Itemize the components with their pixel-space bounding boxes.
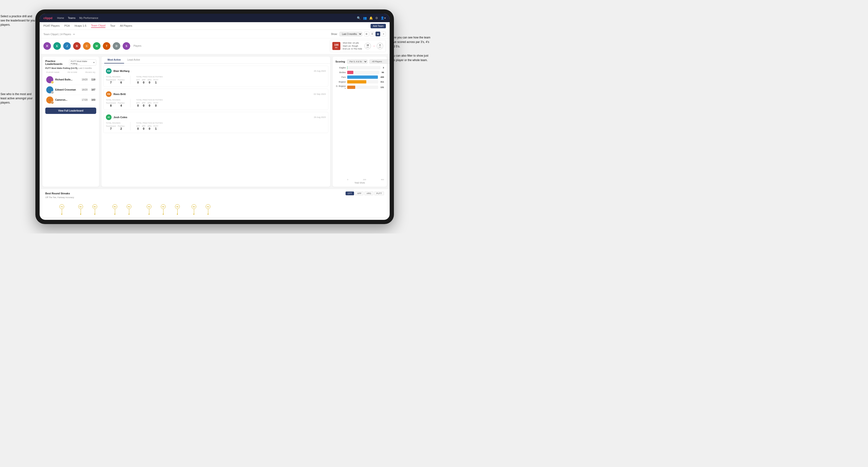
- player-avatar-9[interactable]: S: [123, 42, 130, 50]
- filter-putt[interactable]: PUTT: [374, 191, 384, 195]
- streak-dot-8: [193, 214, 194, 215]
- streak-point-4: 5x: [127, 204, 131, 215]
- putt-col-1: PUTT 1: [154, 79, 158, 84]
- tab-least-active[interactable]: Least Active: [124, 57, 144, 63]
- total-practice-group-1: Total Practice Activities OTT 0 APP 0: [136, 76, 163, 84]
- leaderboard-panel: Practice Leaderboards PUTT Must Make Put…: [42, 57, 99, 187]
- chart-xaxis: 0 200 400: [335, 179, 384, 181]
- nav-link-home[interactable]: Home: [57, 17, 64, 19]
- table-icon[interactable]: ☰: [370, 32, 375, 36]
- filter-app[interactable]: APP: [355, 191, 364, 195]
- arg-col-3: ARG 0: [148, 125, 151, 130]
- streak-bubble-0: 7x: [59, 204, 64, 209]
- start-circle: 16 yds: [365, 43, 371, 49]
- streak-point-2: 6x: [92, 204, 97, 215]
- streaks-subtitle: Off The Tee, Fairway Accuracy: [45, 196, 384, 198]
- streak-dot-0: [61, 214, 62, 215]
- streak-dot-2: [94, 214, 95, 215]
- search-icon[interactable]: 🔍: [357, 16, 361, 20]
- player-avatar-7[interactable]: T: [103, 42, 111, 50]
- settings-icon[interactable]: ⚙: [375, 16, 378, 20]
- activity-card-header-2: RB Rees Britt 02 Sep 2023: [106, 91, 326, 97]
- streak-bubble-3: 5x: [113, 204, 117, 209]
- nav-link-teams[interactable]: Teams: [68, 17, 75, 19]
- list-icon[interactable]: ≡: [381, 32, 386, 36]
- app-col-1: APP 0: [142, 79, 146, 84]
- activity-stats-3: Total Rounds Tournament 7 Practice 2: [106, 122, 326, 130]
- lb-avg-1: 110: [91, 78, 95, 81]
- total-practice-group-2: Total Practice Activities OTT 0 APP 0: [136, 99, 163, 107]
- bar-fill-pars: [347, 75, 378, 79]
- filter-arg[interactable]: ARG: [365, 191, 373, 195]
- leaderboard-item-1[interactable]: R 1 Richard Butle... 19/20 110: [45, 75, 96, 85]
- bar-row-birdies: Birdies 96: [335, 71, 384, 74]
- activity-date-1: 26 Aug 2023: [314, 70, 326, 72]
- player-avatar-2[interactable]: E: [53, 42, 61, 50]
- leaderboard-item-2[interactable]: E 2 Edward Crossman 18/20 107: [45, 85, 96, 95]
- ott-col-1: OTT 0: [136, 79, 140, 84]
- bar-row-bogeys: Bogeys 311: [335, 80, 384, 84]
- activity-date-3: 26 Aug 2023: [314, 116, 326, 118]
- people-icon[interactable]: 👥: [363, 16, 367, 20]
- total-rounds-group-2: Total Rounds Tournament 8 Practice 4: [106, 99, 125, 107]
- lb-avatar-2: E 2: [46, 86, 53, 93]
- player-avatar-8[interactable]: D: [113, 42, 120, 50]
- subnav-team-clippd[interactable]: Team Clippd: [91, 24, 105, 28]
- streak-bubble-7: 4x: [175, 204, 180, 209]
- streak-dot-1: [80, 214, 81, 215]
- shot-badge: 198SC: [332, 42, 340, 50]
- leaderboard-item-3[interactable]: C 3 Cameron... 17/20 103: [45, 95, 96, 105]
- players-row: R E J B C M T D S Players 198SC Shot Dis…: [40, 38, 390, 54]
- player-avatar-1[interactable]: R: [43, 42, 51, 50]
- streak-bubble-4: 5x: [127, 204, 131, 209]
- player-avatar-6[interactable]: M: [93, 42, 100, 50]
- player-avatar-5[interactable]: C: [83, 42, 91, 50]
- streaks-title: Best Round Streaks: [45, 192, 70, 195]
- tab-most-active[interactable]: Most Active: [104, 57, 124, 63]
- subnav-pga[interactable]: PGA: [64, 24, 70, 28]
- tournament-col-1: Tournament 7: [106, 79, 116, 84]
- rank-badge-3: 3: [51, 101, 54, 104]
- add-team-button[interactable]: Add Team: [371, 24, 386, 28]
- streaks-header: Best Round Streaks OTT APP ARG PUTT: [45, 191, 384, 195]
- streak-bubble-5: 4x: [147, 204, 151, 209]
- player-avatar-3[interactable]: J: [63, 42, 71, 50]
- bar-row-pars: Pars 499: [335, 75, 384, 79]
- par-filter[interactable]: Par 3, 4 & 5s Par 3s only Par 4s only Pa…: [347, 59, 368, 64]
- practice-values-2: OTT 0 APP 0 ARG 0: [136, 102, 163, 107]
- subnav-all-players[interactable]: All Players: [120, 24, 132, 28]
- player-filter[interactable]: All Players Individual Player: [369, 59, 390, 64]
- streak-line-2: [95, 209, 95, 214]
- player-avatar-4[interactable]: B: [73, 42, 81, 50]
- view-full-leaderboard-button[interactable]: View Full Leaderboard: [45, 107, 96, 114]
- bar-track-pars: [347, 75, 378, 79]
- arrow-icon: →: [372, 44, 375, 48]
- view-icons: ⊞ ☰ ▦ ≡: [364, 32, 386, 36]
- putt-col-3: PUTT 1: [154, 125, 158, 130]
- bell-icon[interactable]: 🔔: [369, 16, 373, 20]
- activity-card-3: JC Josh Coles 26 Aug 2023 Total Rounds T…: [103, 112, 328, 133]
- filter-ott[interactable]: OTT: [346, 191, 354, 195]
- streaks-filters: OTT APP ARG PUTT: [346, 191, 384, 195]
- leaderboard-dropdown[interactable]: PUTT Must Make Putting ... ▾: [69, 59, 96, 66]
- nav-logo: clippd: [43, 16, 52, 20]
- subnav-tour[interactable]: Tour: [110, 24, 115, 28]
- subnav-pgat[interactable]: PGAT Players: [43, 24, 60, 28]
- card-icon[interactable]: ▦: [375, 32, 380, 36]
- scoring-panel: Scoring Par 3, 4 & 5s Par 3s only Par 4s…: [333, 57, 387, 187]
- tournament-val-1: 7: [106, 81, 116, 84]
- leaderboard-cols: PLAYER NAME PB SCORE PB AVG SQ: [45, 71, 96, 73]
- arg-col-1: ARG 0: [148, 79, 151, 84]
- streak-point-1: 6x: [78, 204, 83, 215]
- period-select[interactable]: Last 3 months Last 6 months Last year: [339, 32, 362, 36]
- total-practice-group-3: Total Practice Activities OTT 0 APP 0: [136, 122, 163, 130]
- avatar-icon[interactable]: 👤▾: [380, 16, 386, 20]
- nav-link-performance[interactable]: My Performance: [79, 17, 98, 19]
- tournament-col-2: Tournament 8: [106, 102, 116, 107]
- edit-icon[interactable]: ✏: [73, 33, 75, 36]
- leaderboard-title: Practice Leaderboards: [45, 60, 69, 65]
- navbar: clippd Home Teams My Performance 🔍 👥 🔔 ⚙…: [40, 14, 390, 22]
- subnav-hcaps[interactable]: Hcaps 1-5: [74, 24, 86, 28]
- practice-values-3: OTT 0 APP 0 ARG 0: [136, 125, 163, 130]
- grid-icon[interactable]: ⊞: [364, 32, 369, 36]
